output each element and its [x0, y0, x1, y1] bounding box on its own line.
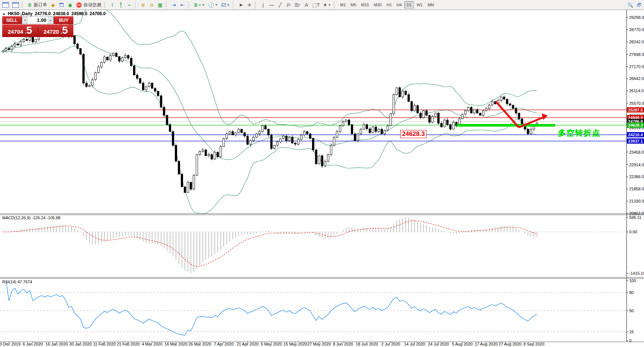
tab-h4[interactable]: H4	[394, 1, 404, 9]
candlestick-chart-icon[interactable]: ╿	[117, 1, 125, 9]
date-label[interactable]: 5 May 2020	[261, 342, 282, 346]
bar-chart-icon[interactable]: ⌇	[108, 1, 116, 9]
candle	[223, 139, 225, 147]
buy-button[interactable]: BUY	[54, 16, 73, 24]
date-label[interactable]: 16 Mar 2020	[165, 342, 187, 346]
chart-window[interactable]: 29298.028770.028242.027698.027170.026642…	[0, 10, 644, 347]
ohlc-high: 24838.0	[53, 11, 69, 16]
new-order-button[interactable]: 🗎新订单	[26, 1, 49, 9]
candle	[256, 134, 258, 137]
zoom-in-icon[interactable]: ⊕	[139, 1, 147, 9]
tile-windows-icon[interactable]: ▦	[156, 1, 164, 9]
candle	[285, 136, 287, 141]
candle	[366, 124, 368, 129]
toolbar-grip	[233, 1, 235, 8]
vertical-line-icon[interactable]: |	[259, 1, 267, 9]
date-label[interactable]: 4 Mar 2020	[142, 342, 163, 346]
text-label-icon[interactable]: ⬚T	[311, 1, 321, 9]
candle	[288, 137, 290, 141]
toolbar-grip	[104, 1, 107, 8]
chart-window-icon[interactable]	[1, 1, 10, 9]
candle	[142, 83, 144, 90]
date-label[interactable]: 27 Aug 2020	[499, 342, 522, 346]
candle	[396, 88, 398, 95]
horizontal-line-icon[interactable]: —	[268, 1, 276, 9]
cursor-icon[interactable]: ➤	[237, 1, 245, 9]
sell-button[interactable]: SELL	[2, 16, 22, 24]
data-window-icon[interactable]: 🗔	[57, 1, 66, 9]
candle	[125, 56, 126, 58]
candle	[414, 106, 415, 111]
buy-price[interactable]: 24720 . 5	[38, 26, 74, 35]
collapse-arrow-icon[interactable]: ▲	[2, 12, 6, 16]
date-label[interactable]: 16 Jan 2020	[46, 342, 68, 346]
chart-canvas[interactable]: 29298.028770.028242.027698.027170.026642…	[0, 10, 644, 347]
date-label[interactable]: 5 Aug 2020	[452, 342, 473, 346]
volume-input[interactable]	[28, 17, 48, 23]
price-callout-box[interactable]: 24628.3	[400, 130, 426, 138]
trendline-icon[interactable]: ╱	[276, 1, 284, 9]
sound-icon[interactable]: ◉	[66, 1, 74, 9]
tab-mn[interactable]: MN	[425, 1, 436, 9]
price-tick-label: 23458.0	[629, 150, 644, 154]
auto-trading-button[interactable]: ⛔自动交易	[74, 1, 103, 9]
date-label[interactable]: 17 Aug 2020	[475, 342, 498, 346]
date-label[interactable]: 21 Apr 2020	[236, 342, 258, 346]
date-label[interactable]: 14 Jul 2020	[404, 342, 425, 346]
tab-d1[interactable]: D1	[404, 1, 414, 9]
candle	[500, 97, 502, 100]
tab-m15[interactable]: M15	[359, 1, 371, 9]
chart-shift-icon[interactable]: ⇤	[178, 1, 186, 9]
date-label[interactable]: 24 Jul 2020	[428, 342, 449, 346]
templates-icon[interactable]: 🗠▼	[220, 1, 231, 9]
arrows-icon[interactable]: ✦▼	[322, 1, 332, 9]
periods-icon[interactable]: 🕒▼	[207, 1, 219, 9]
help-icon[interactable]: 🗗	[635, 1, 643, 9]
tab-m5[interactable]: M5	[348, 1, 358, 9]
tab-m30[interactable]: M30	[372, 1, 384, 9]
candle	[94, 73, 96, 80]
date-label[interactable]: 27 May 2020	[307, 342, 331, 346]
candle	[363, 124, 365, 129]
zoom-out-icon[interactable]: ⊖	[147, 1, 156, 9]
candle	[250, 141, 252, 144]
text-icon[interactable]: A	[302, 1, 311, 9]
tab-h1[interactable]: H1	[384, 1, 394, 9]
date-label[interactable]: 26 Mar 2020	[188, 342, 211, 346]
sell-price[interactable]: 24704 . 5	[2, 26, 38, 35]
candle	[8, 49, 10, 50]
candle	[360, 129, 362, 134]
date-label[interactable]: 15 May 2020	[283, 342, 307, 346]
tab-w1[interactable]: W1	[414, 1, 425, 9]
market-watch-icon[interactable]: ◆	[49, 1, 57, 9]
equidistant-channel-icon[interactable]: ⫽E	[285, 1, 293, 9]
profile-window-icon[interactable]	[11, 1, 20, 9]
volume-decrease-button[interactable]: ▼	[22, 17, 28, 24]
crosshair-icon[interactable]: ✛	[245, 1, 253, 9]
tab-m1[interactable]: M1	[338, 1, 348, 9]
date-label[interactable]: 6 Jan 2020	[23, 342, 43, 346]
date-label[interactable]: 20 Dec 2019	[0, 342, 20, 346]
turning-point-highlight-bar[interactable]	[457, 124, 555, 127]
date-label[interactable]: 18 Jun 2020	[356, 342, 378, 346]
line-chart-icon[interactable]: ⌁	[125, 1, 133, 9]
price-tick-label: 22386.0	[629, 174, 644, 179]
date-label[interactable]: 30 Jan 2020	[69, 342, 92, 346]
candle	[378, 129, 380, 131]
candle	[205, 150, 207, 156]
volume-increase-button[interactable]: ▲	[48, 17, 53, 24]
auto-scroll-icon[interactable]: ⇥	[170, 1, 178, 9]
date-label[interactable]: 2 Jul 2020	[381, 342, 400, 346]
candle	[405, 91, 406, 94]
date-label[interactable]: 11 Feb 2020	[93, 342, 116, 346]
date-label[interactable]: 7 Apr 2020	[214, 342, 233, 346]
date-label[interactable]: 8 Jun 2020	[333, 342, 353, 346]
candle	[509, 104, 511, 105]
candle	[491, 101, 493, 105]
fibonacci-icon[interactable]: ☰F	[293, 1, 302, 9]
date-label[interactable]: 21 Feb 2020	[117, 342, 140, 346]
indicators-add-icon[interactable]: 🗎+▼	[192, 1, 206, 9]
date-label[interactable]: 8 Sep 2020	[524, 342, 544, 346]
search-icon[interactable]: 🔍	[626, 1, 635, 9]
candle	[503, 97, 505, 99]
